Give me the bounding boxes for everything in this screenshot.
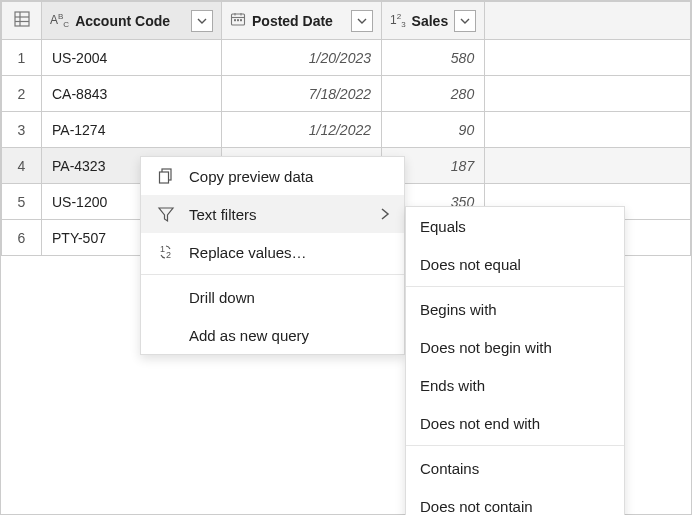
menu-label: Equals xyxy=(420,218,610,235)
svg-text:2: 2 xyxy=(166,250,171,260)
menu-item-does-not-begin-with[interactable]: Does not begin with xyxy=(406,328,624,366)
table-row[interactable]: 3 PA-1274 1/12/2022 90 xyxy=(2,112,691,148)
cell-posted-date[interactable]: 7/18/2022 xyxy=(222,76,382,112)
int-type-icon: 123 xyxy=(390,12,406,29)
menu-label: Add as new query xyxy=(189,327,390,344)
column-header-account-code[interactable]: ABC Account Code xyxy=(42,2,222,40)
query-grid: ABC Account Code Posted Date xyxy=(0,0,692,515)
chevron-right-icon xyxy=(380,206,390,223)
menu-separator xyxy=(141,274,404,275)
menu-label: Copy preview data xyxy=(189,168,390,185)
menu-item-ends-with[interactable]: Ends with xyxy=(406,366,624,404)
text-filters-submenu: Equals Does not equal Begins with Does n… xyxy=(405,206,625,515)
context-menu: Copy preview data Text filters 12 Replac… xyxy=(140,156,405,355)
table-icon xyxy=(13,10,31,28)
menu-item-begins-with[interactable]: Begins with xyxy=(406,290,624,328)
row-index[interactable]: 4 xyxy=(2,148,42,184)
menu-item-does-not-equal[interactable]: Does not equal xyxy=(406,245,624,283)
menu-separator xyxy=(406,286,624,287)
chevron-down-icon xyxy=(197,16,207,26)
copy-icon xyxy=(155,167,177,185)
column-label: Sales xyxy=(412,13,449,29)
svg-text:1: 1 xyxy=(160,244,165,254)
filter-button[interactable] xyxy=(454,10,476,32)
column-label: Account Code xyxy=(75,13,185,29)
row-index[interactable]: 6 xyxy=(2,220,42,256)
menu-item-copy-preview-data[interactable]: Copy preview data xyxy=(141,157,404,195)
table-row[interactable]: 1 US-2004 1/20/2023 580 xyxy=(2,40,691,76)
filter-button[interactable] xyxy=(191,10,213,32)
cell-posted-date[interactable]: 1/12/2022 xyxy=(222,112,382,148)
date-type-icon xyxy=(230,11,246,30)
cell-account-code[interactable]: CA-8843 xyxy=(42,76,222,112)
cell-account-code[interactable]: PA-1274 xyxy=(42,112,222,148)
menu-label: Contains xyxy=(420,460,610,477)
menu-item-contains[interactable]: Contains xyxy=(406,449,624,487)
svg-rect-8 xyxy=(234,19,236,21)
table-row[interactable]: 2 CA-8843 7/18/2022 280 xyxy=(2,76,691,112)
cell-sales[interactable]: 280 xyxy=(382,76,485,112)
menu-item-does-not-end-with[interactable]: Does not end with xyxy=(406,404,624,442)
chevron-down-icon xyxy=(357,16,367,26)
menu-label: Text filters xyxy=(189,206,368,223)
menu-label: Does not end with xyxy=(420,415,610,432)
replace-icon: 12 xyxy=(155,243,177,261)
menu-separator xyxy=(406,445,624,446)
row-index[interactable]: 2 xyxy=(2,76,42,112)
menu-label: Does not equal xyxy=(420,256,610,273)
abc-type-icon: ABC xyxy=(50,12,69,29)
column-header-posted-date[interactable]: Posted Date xyxy=(222,2,382,40)
column-label: Posted Date xyxy=(252,13,345,29)
filler-column xyxy=(485,2,691,40)
cell-posted-date[interactable]: 1/20/2023 xyxy=(222,40,382,76)
menu-item-text-filters[interactable]: Text filters xyxy=(141,195,404,233)
menu-label: Begins with xyxy=(420,301,610,318)
menu-label: Does not begin with xyxy=(420,339,610,356)
row-index[interactable]: 5 xyxy=(2,184,42,220)
menu-label: Drill down xyxy=(189,289,390,306)
filter-icon xyxy=(155,205,177,223)
svg-rect-12 xyxy=(160,172,169,183)
menu-item-drill-down[interactable]: Drill down xyxy=(141,278,404,316)
column-header-sales[interactable]: 123 Sales xyxy=(382,2,485,40)
menu-label: Does not contain xyxy=(420,498,610,515)
row-index[interactable]: 3 xyxy=(2,112,42,148)
row-index[interactable]: 1 xyxy=(2,40,42,76)
table-corner[interactable] xyxy=(2,2,42,40)
svg-rect-10 xyxy=(240,19,242,21)
cell-sales[interactable]: 580 xyxy=(382,40,485,76)
cell-sales[interactable]: 90 xyxy=(382,112,485,148)
menu-label: Ends with xyxy=(420,377,610,394)
svg-rect-0 xyxy=(15,12,29,26)
menu-item-equals[interactable]: Equals xyxy=(406,207,624,245)
chevron-down-icon xyxy=(460,16,470,26)
cell-account-code[interactable]: US-2004 xyxy=(42,40,222,76)
menu-label: Replace values… xyxy=(189,244,390,261)
menu-item-does-not-contain[interactable]: Does not contain xyxy=(406,487,624,515)
filter-button[interactable] xyxy=(351,10,373,32)
menu-item-add-as-new-query[interactable]: Add as new query xyxy=(141,316,404,354)
menu-item-replace-values[interactable]: 12 Replace values… xyxy=(141,233,404,271)
svg-rect-9 xyxy=(237,19,239,21)
